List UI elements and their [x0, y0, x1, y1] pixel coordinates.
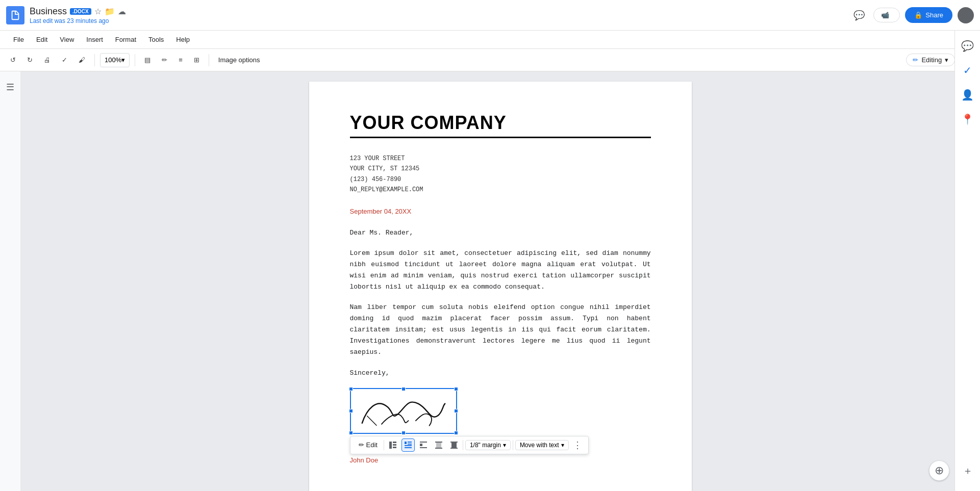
pencil-icon: ✏ [913, 56, 918, 64]
right-panel-contacts[interactable]: 👤 [958, 85, 978, 105]
zoom-control[interactable]: 100% ▾ [100, 53, 130, 67]
undo-btn[interactable]: ↺ [6, 53, 20, 68]
para1: Lorem ipsum dolor sit amet, consectetuer… [350, 248, 651, 293]
avatar[interactable] [958, 7, 974, 23]
svg-rect-3 [393, 447, 396, 448]
top-bar: Business .DOCX ☆ 📁 ☁ Last edit was 23 mi… [0, 0, 980, 31]
doc-star-icon[interactable]: ☆ [94, 7, 102, 16]
margin-label: 1/8" margin [470, 442, 501, 449]
edit-pencil-icon: ✏ [359, 441, 364, 449]
right-panel-maps[interactable]: 📍 [958, 109, 978, 130]
svg-rect-13 [435, 442, 442, 443]
chat-btn[interactable]: 💬 [850, 6, 868, 24]
right-panel-tasks[interactable]: ✓ [958, 71, 978, 81]
wrap-inline-btn[interactable] [386, 438, 399, 452]
handle-bot-left[interactable] [349, 431, 353, 435]
redo-btn[interactable]: ↻ [23, 53, 37, 68]
page: YOUR COMPANY 123 YOUR STREET YOUR CITY, … [309, 82, 692, 491]
editing-badge[interactable]: ✏ Editing ▾ [906, 54, 955, 66]
menu-edit[interactable]: Edit [31, 34, 53, 45]
right-panel: 💬 ✓ 👤 📍 ＋ [954, 71, 980, 491]
move-with-text-label: Move with text [520, 442, 559, 449]
doc-folder-icon[interactable]: 📁 [105, 7, 115, 16]
svg-rect-11 [420, 447, 427, 448]
wrap-behind-btn[interactable] [432, 438, 445, 452]
phone: (123) 456-7890 [350, 174, 651, 185]
edit-label: Edit [366, 441, 378, 449]
title-underline [350, 137, 651, 138]
more-options-btn[interactable]: ⋮ [571, 438, 584, 452]
menu-file[interactable]: File [8, 34, 29, 45]
menu-format[interactable]: Format [110, 34, 141, 45]
margin-btn[interactable]: 1/8" margin ▾ [465, 440, 511, 450]
meet-icon: 📹 [881, 11, 889, 19]
menu-insert[interactable]: Insert [81, 34, 108, 45]
svg-rect-1 [393, 442, 396, 443]
columns-btn[interactable]: ⊞ [190, 53, 204, 68]
image-options-btn[interactable]: Image options [214, 54, 264, 66]
last-edit[interactable]: Last edit was 23 minutes ago [30, 17, 126, 24]
sincerely: Sincerely, [350, 368, 651, 379]
zoom-dropdown-icon: ▾ [121, 56, 125, 64]
doc-badge: .DOCX [70, 8, 91, 15]
paint-btn[interactable]: 🖌 [74, 53, 89, 68]
doc-nav-icon[interactable]: ☰ [6, 82, 14, 93]
share-btn[interactable]: 🔒 Share [905, 7, 952, 23]
toolbar-divider-3 [209, 54, 209, 66]
print-btn[interactable]: 🖨 [40, 53, 55, 68]
meet-btn[interactable]: 📹 [873, 8, 900, 22]
zoom-value: 100% [105, 56, 121, 64]
signature-area: ✏ Edit [350, 388, 651, 464]
move-with-text-btn[interactable]: Move with text ▾ [515, 440, 569, 450]
svg-rect-10 [420, 444, 422, 446]
editing-label: Editing [921, 56, 942, 64]
right-panel-plus[interactable]: ＋ [958, 460, 978, 481]
toolbar-divider-2 [135, 54, 135, 66]
handle-mid-right[interactable] [454, 409, 458, 413]
email: NO_REPLY@EXAMPLE.COM [350, 185, 651, 195]
margin-dropdown-icon: ▾ [503, 442, 506, 449]
svg-rect-2 [393, 444, 396, 446]
wrap-text-btn[interactable] [401, 438, 415, 452]
svg-rect-17 [451, 443, 457, 448]
wrap-front-btn[interactable] [447, 438, 461, 452]
menu-view[interactable]: View [55, 34, 79, 45]
toolbar-divider-1 [94, 54, 95, 66]
menu-help[interactable]: Help [171, 34, 195, 45]
menu-tools[interactable]: Tools [143, 34, 169, 45]
handle-mid-left[interactable] [349, 409, 353, 413]
svg-rect-12 [436, 443, 441, 448]
editing-dropdown-icon: ▾ [945, 56, 948, 64]
doc-cloud-icon[interactable]: ☁ [118, 7, 126, 16]
handle-top-right[interactable] [454, 387, 458, 391]
handle-top-mid[interactable] [401, 387, 406, 391]
handle-bot-right[interactable] [454, 431, 458, 435]
show-print-layout[interactable]: ▤ [140, 53, 155, 68]
address2: YOUR CITY, ST 12345 [350, 164, 651, 174]
svg-rect-5 [408, 442, 412, 443]
handle-bot-mid[interactable] [401, 431, 406, 435]
lock-icon: 🔒 [914, 11, 922, 19]
app-icon[interactable] [6, 6, 24, 24]
svg-rect-0 [389, 442, 392, 449]
doc-title-section: Business .DOCX ☆ 📁 ☁ Last edit was 23 mi… [30, 6, 126, 24]
edit-image-btn[interactable]: ✏ Edit [355, 439, 382, 451]
handle-top-left[interactable] [349, 387, 353, 391]
line-spacing-btn[interactable]: ≡ [174, 53, 187, 68]
img-tb-div1 [384, 440, 384, 450]
spellcheck-btn[interactable]: ✓ [58, 53, 71, 68]
pen-btn[interactable]: ✏ [158, 53, 171, 68]
doc-area[interactable]: YOUR COMPANY 123 YOUR STREET YOUR CITY, … [20, 71, 980, 491]
company-title: YOUR COMPANY [350, 112, 651, 134]
wrap-break-btn[interactable] [417, 438, 430, 452]
svg-rect-15 [450, 442, 458, 443]
img-tb-div2 [463, 440, 463, 450]
signature-image[interactable] [350, 388, 457, 434]
img-tb-div3 [513, 440, 513, 450]
left-gutter: ☰ [0, 71, 20, 491]
para2: Nam liber tempor cum soluta nobis eleife… [350, 302, 651, 358]
svg-rect-6 [408, 444, 412, 445]
doc-title[interactable]: Business [30, 6, 67, 17]
add-page-btn[interactable]: ⊕ [929, 460, 949, 481]
svg-rect-4 [405, 442, 407, 444]
